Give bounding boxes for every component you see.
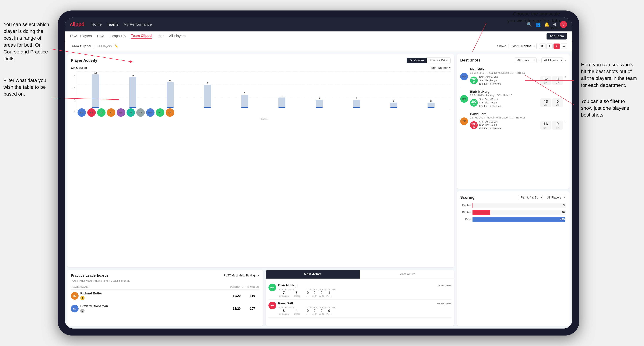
- shot-player-name-blair: Blair McHarg: [470, 90, 563, 94]
- x-axis-label: Players: [76, 117, 450, 120]
- bar-item-bbritt: 12: [115, 74, 151, 108]
- shot-stats-matt: 200 SG Shot Dist: 67 ydsStart Lie: Rough…: [470, 75, 563, 86]
- scoring-bar-wrap-eagles: 3: [472, 203, 566, 208]
- best-shots-title: Best Shots: [460, 58, 480, 63]
- avatar[interactable]: U: [560, 21, 567, 28]
- total-practice-group-rees: Total Practice Activities 0 GTT: [306, 306, 335, 315]
- shot-stat2-blair: 0 yds: [552, 98, 563, 107]
- shot-stats-david: 198 SG Shot Dist: 16 ydsStart Lie: Rough…: [470, 120, 563, 130]
- bottom-row: Practice Leaderboards PUTT Must Make Put…: [68, 270, 454, 326]
- scoring-bar-fill-pars: [472, 217, 565, 222]
- scoring-bar-birdies: Birdies 96: [460, 210, 566, 215]
- chart-metric-dropdown[interactable]: Total Rounds ▾: [431, 66, 450, 70]
- heart-view-button[interactable]: ♥: [554, 43, 560, 49]
- activity-info-blair: Blair McHarg 26 Aug 2023 Total Rounds: [278, 284, 452, 297]
- player-name-edward: Edward Crossman: [80, 304, 228, 308]
- bar-item-rbutler: 3: [301, 97, 337, 108]
- nav-items: Home Teams My Performance: [91, 22, 152, 27]
- tab-most-active[interactable]: Most Active: [266, 270, 360, 279]
- practice-val: 6: [296, 291, 298, 295]
- shot-text-david: Shot Dist: 16 ydsStart Lie: RoughEnd Lie…: [479, 120, 539, 130]
- player-activity-header: Player Activity On Course Practice Drill…: [71, 57, 450, 63]
- player-activity-title: Player Activity: [71, 58, 97, 63]
- tournament-val: 7: [283, 291, 285, 295]
- practice-header: Practice Leaderboards PUTT Must Make Put…: [71, 274, 260, 278]
- player-avatar-lrobertson: LR: [166, 108, 174, 117]
- activity-row-rees[interactable]: RB Rees Britt 02 Sep 2023 T: [268, 300, 452, 318]
- tab-pga[interactable]: PGA: [97, 34, 104, 39]
- scoring-filters: Par 3, 4 & 5s All Players: [518, 195, 566, 200]
- shot-details-blair: 23 Jul 2023 · Ashridge GC · Hole 15: [470, 94, 563, 97]
- player-avatar-jcoles: JC: [107, 108, 115, 117]
- top-navigation: clippd Home Teams My Performance 🔍 👥 🔔 ⊕…: [65, 17, 572, 31]
- practice-row-richard-butler[interactable]: RB Richard Butler 1 19/20 110: [71, 290, 260, 302]
- tab-team-clippd[interactable]: Team Clippd: [131, 34, 152, 39]
- team-header-bar: Team Clippd | 14 Players ✏️ Show: Last 3…: [65, 41, 572, 51]
- nav-my-performance[interactable]: My Performance: [124, 22, 152, 27]
- tab-least-active[interactable]: Least Active: [360, 270, 454, 279]
- tournament-col: 7 Tournament: [278, 291, 289, 297]
- shot-badge-david: 198 SG: [470, 121, 478, 129]
- player-avatar-dford: DF: [97, 108, 106, 117]
- content-area: Team Clippd | 14 Players ✏️ Show: Last 3…: [65, 41, 572, 329]
- avatar-rees: RB: [268, 302, 276, 309]
- scoring-bar-fill-eagles: [472, 203, 473, 208]
- annotation-filter: Filter what data you wish the table to b…: [4, 77, 52, 98]
- time-period-select[interactable]: Last 3 months Last month Last 6 months L…: [508, 43, 536, 49]
- grid-view-button[interactable]: ⊞: [539, 43, 546, 49]
- practice-player-name-edward: Edward Crossman 2: [80, 304, 228, 313]
- shot-info-blair: Blair McHarg 23 Jul 2023 · Ashridge GC ·…: [470, 90, 563, 108]
- activity-tabs: Most Active Least Active: [266, 270, 454, 279]
- scoring-players-filter[interactable]: All Players: [544, 195, 566, 200]
- detail-view-button[interactable]: ≔: [561, 43, 567, 49]
- activity-stats-blair: Total Rounds 7 Tournament: [278, 288, 452, 297]
- bar-item-eebert: 5: [227, 92, 263, 108]
- list-view-button[interactable]: ≡: [546, 43, 553, 49]
- nav-teams[interactable]: Teams: [107, 22, 118, 27]
- col-pb-avg: PB AVG SQ: [246, 286, 260, 288]
- shot-item-matt-miller[interactable]: MM Matt Miller 09 Jun 2023 · Royal North…: [460, 65, 566, 88]
- course-toggle: On Course Practice Drills: [406, 57, 450, 63]
- scoring-title: Scoring: [460, 195, 474, 200]
- on-course-button[interactable]: On Course: [407, 58, 427, 63]
- scoring-par-filter[interactable]: Par 3, 4 & 5s: [518, 195, 543, 200]
- tab-pgat-players[interactable]: PGAT Players: [70, 34, 92, 39]
- activity-player-name-rees: Rees Britt 02 Sep 2023: [278, 302, 452, 305]
- shot-item-david-ford[interactable]: DF David Ford 24 Aug 2023 · Royal North …: [460, 110, 566, 133]
- annotation-best-shots: Here you can see who's hit the best shot…: [581, 61, 637, 89]
- shot-badge-matt: 200 SG: [470, 77, 478, 84]
- total-rounds-label-rees: Total Rounds: [278, 306, 300, 309]
- add-team-button[interactable]: Add Team: [546, 33, 567, 39]
- practice-filter-dropdown[interactable]: PUTT Must Make Putting... ▾: [224, 274, 260, 277]
- show-filter: Show: Last 3 months Last month Last 6 mo…: [497, 43, 567, 49]
- practice-subtitle: PUTT Must Make Putting (3-6 ft), Last 3 …: [71, 279, 260, 282]
- bars-container: 13 12: [76, 71, 450, 117]
- shot-item-blair-mcharg[interactable]: BM Blair McHarg 23 Jul 2023 · Ashridge G…: [460, 88, 566, 110]
- bar-item-mmiller: 3: [338, 97, 374, 108]
- players-filter-chevron: ▾: [565, 58, 566, 62]
- shots-filter-select[interactable]: All Shots Best Shots: [515, 57, 536, 63]
- edit-team-icon[interactable]: ✏️: [114, 44, 118, 48]
- shot-text-matt: Shot Dist: 67 ydsStart Lie: RoughEnd Lie…: [479, 75, 539, 86]
- tab-hcaps[interactable]: Hcaps 1-5: [110, 34, 126, 39]
- shot-player-name-david: David Ford: [470, 112, 563, 116]
- shot-chevron-david: ›: [565, 119, 566, 123]
- main-columns: Player Activity On Course Practice Drill…: [65, 51, 572, 329]
- scoring-val-eagles: 3: [563, 204, 565, 207]
- activity-row-blair[interactable]: BM Blair McHarg 26 Aug 2023: [268, 282, 452, 300]
- avatar-david-ford: DF: [460, 117, 468, 125]
- nav-home[interactable]: Home: [91, 22, 102, 27]
- tab-tour[interactable]: Tour: [157, 34, 164, 39]
- activity-stats-rees: Total Rounds 8 Tournament: [278, 306, 452, 315]
- right-column: Best Shots All Shots Best Shots ▾ All Pl…: [457, 51, 572, 329]
- activity-info-rees: Rees Britt 02 Sep 2023 Total Rounds: [278, 302, 452, 315]
- practice-row-edward-crossman[interactable]: EC Edward Crossman 2 18/20 107: [71, 302, 260, 315]
- shot-chevron-blair: ›: [565, 97, 566, 101]
- practice-drills-button[interactable]: Practice Drills: [427, 58, 450, 63]
- total-rounds-label: Total Rounds: [278, 288, 300, 291]
- players-filter-select[interactable]: All Players: [542, 57, 563, 63]
- avatar-edward-crossman: EC: [71, 305, 78, 313]
- player-avatar-mmiller: MM: [146, 108, 154, 117]
- sub-navigation: PGAT Players PGA Hcaps 1-5 Team Clippd T…: [65, 31, 572, 41]
- tab-all-players[interactable]: All Players: [169, 34, 186, 39]
